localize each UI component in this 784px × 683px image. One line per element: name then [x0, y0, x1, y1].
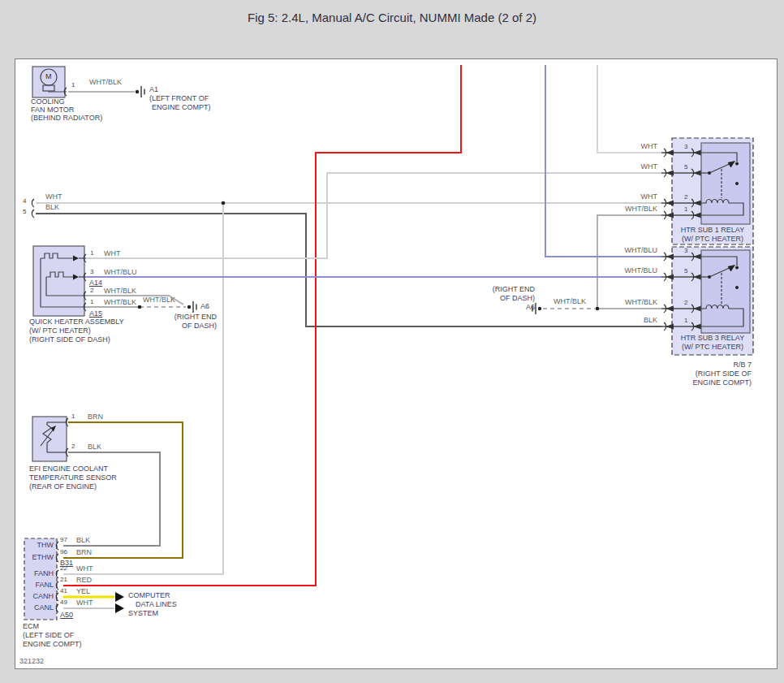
- heater-pin1b-wire: WHT/BLK: [104, 299, 136, 307]
- data-lines-label-line2: DATA LINES: [136, 601, 177, 609]
- cooling-fan-motor-box: [32, 67, 65, 97]
- wiring-diagram-page: Fig 5: 2.4L, Manual A/C Circuit, NUMMI M…: [0, 0, 784, 683]
- pin4-number: 4: [23, 198, 26, 205]
- diagram-frame: [15, 59, 778, 669]
- a6-right-wire-label: WHT/BLK: [554, 298, 586, 306]
- data-lines-label-line1: COMPUTER: [128, 592, 170, 600]
- relay1-pin5-wire: WHT: [641, 163, 658, 171]
- htr-sub1-relay-symbol: [701, 143, 750, 224]
- connector-a6-right-label: A6: [526, 304, 535, 312]
- heater-pin1-number: 1: [90, 250, 93, 257]
- sensor-pin1-wire: BRN: [88, 413, 103, 421]
- relay3-pin3-number: 3: [684, 248, 687, 255]
- relay3-pin5-number: 5: [684, 268, 687, 275]
- fan-pin-number: 1: [71, 82, 75, 89]
- a6-right-location-line2: OF DASH): [500, 295, 535, 303]
- ecm-wire21-label: RED: [76, 577, 92, 585]
- relay1-pin1-wire: WHT/BLK: [625, 205, 657, 214]
- relay3-pin2-wire: WHT/BLK: [625, 299, 657, 307]
- ecm-pin41-number: 41: [60, 588, 67, 595]
- ecm-label-line1: ECM: [23, 623, 39, 631]
- ecm-wire49-label: WHT: [76, 599, 93, 607]
- rb7-name: R/B 7: [733, 361, 752, 370]
- connector-a1-label: A1: [149, 86, 158, 94]
- heater-label-line2: (W/ PTC HEATER): [29, 327, 91, 335]
- ecm-pin-thw: THW: [23, 542, 54, 550]
- ecm-wire96-label: BRN: [76, 549, 92, 557]
- relay1-pin3-wire: WHT: [641, 143, 658, 151]
- relay1-pin1-number: 1: [684, 206, 687, 214]
- a6-left-location-line2: OF DASH): [182, 322, 217, 331]
- a6-right-location-line1: (RIGHT END: [493, 286, 535, 294]
- relay1-pin5-number: 5: [684, 164, 687, 171]
- pin5-wire-label: BLK: [45, 204, 59, 212]
- relay3-pin3-wire: WHT/BLU: [625, 247, 658, 255]
- relay1-pin2-number: 2: [684, 194, 687, 201]
- relay1-pin3-number: 3: [684, 144, 687, 151]
- relay1-name-line1: HTR SUB 1 RELAY: [672, 227, 753, 235]
- relay3-name-line1: HTR SUB 3 RELAY: [672, 335, 753, 343]
- heater-label-line3: (RIGHT SIDE OF DASH): [29, 336, 110, 344]
- ecm-pin96-number: 96: [60, 549, 67, 556]
- heater-pin3-wire: WHT/BLU: [104, 269, 137, 277]
- a1-location-line1: (LEFT FRONT OF: [149, 95, 209, 103]
- ecm-label-line3: ENGINE COMPT): [23, 641, 82, 649]
- ecm-pin21-number: 21: [60, 577, 67, 584]
- relay3-pin5-wire: WHT/BLU: [625, 267, 658, 275]
- ecm-pin97-number: 97: [60, 537, 67, 544]
- ecm-label-line2: (LEFT SIDE OF: [23, 632, 74, 640]
- ecm-pin49-number: 49: [60, 599, 67, 607]
- ecm-pin-canh: CANH: [23, 593, 54, 601]
- ecm-pin-fanl: FANL: [23, 581, 54, 590]
- heater-pin1-wire: WHT: [104, 250, 121, 258]
- ecm-wire22-label: WHT: [76, 565, 93, 573]
- connector-a50-label: A50: [60, 612, 73, 620]
- drawing-number: 321232: [19, 658, 44, 666]
- heater-pin2-wire: WHT/BLK: [104, 287, 136, 296]
- ecm-pin-fanh: FANH: [23, 570, 54, 578]
- relay3-pin1-wire: BLK: [644, 317, 657, 325]
- sensor-label-line3: (REAR OF ENGINE): [29, 483, 97, 491]
- heater-pin2-number: 2: [90, 287, 93, 295]
- ecm-wire97-label: BLK: [76, 537, 90, 545]
- ecm-pin-canl: CANL: [23, 604, 54, 612]
- data-lines-label-line3: SYSTEM: [128, 610, 158, 618]
- pin5-number: 5: [23, 209, 26, 216]
- sensor-pin1-number: 1: [71, 413, 75, 421]
- ecm-pin-ethw: ETHW: [23, 554, 54, 562]
- pin4-wire-label: WHT: [45, 193, 62, 201]
- heater-pin3-number: 3: [90, 269, 93, 276]
- a6-left-location-line1: (RIGHT END: [174, 313, 217, 322]
- connector-a6-left-label: A6: [200, 303, 209, 311]
- ecm-wire41-label: YEL: [76, 588, 90, 596]
- sensor-label-line2: TEMPERATURE SENSOR: [29, 474, 117, 482]
- heater-mid-wire-label: WHT/BLK: [143, 296, 175, 305]
- rb7-location-line1: (RIGHT SIDE OF: [696, 370, 752, 378]
- relay1-name-line2: (W/ PTC HEATER): [672, 236, 753, 244]
- relay3-pin1-number: 1: [684, 318, 687, 325]
- relay3-pin2-number: 2: [684, 300, 687, 307]
- rb7-location-line2: ENGINE COMPT): [692, 379, 752, 387]
- relay3-name-line2: (W/ PTC HEATER): [672, 344, 753, 352]
- htr-sub3-relay-symbol: [701, 250, 750, 333]
- sensor-pin2-number: 2: [71, 443, 75, 451]
- coolant-temp-sensor-box: [32, 417, 67, 461]
- sensor-label-line1: EFI ENGINE COOLANT: [29, 465, 108, 473]
- heater-label-line1: QUICK HEATER ASSEMBLY: [29, 318, 124, 326]
- relay1-pin2-wire: WHT: [641, 193, 658, 201]
- connector-b31-label: B31: [60, 560, 73, 568]
- diagram-canvas: [0, 0, 784, 683]
- fan-label-line3: (BEHIND RADIATOR): [31, 115, 102, 123]
- heater-pin1b-number: 1: [90, 299, 93, 306]
- motor-letter: M: [45, 72, 52, 80]
- fan-wire-label: WHT/BLK: [89, 79, 122, 87]
- a1-location-line2: ENGINE COMPT): [152, 104, 211, 112]
- sensor-pin2-wire: BLK: [88, 443, 101, 452]
